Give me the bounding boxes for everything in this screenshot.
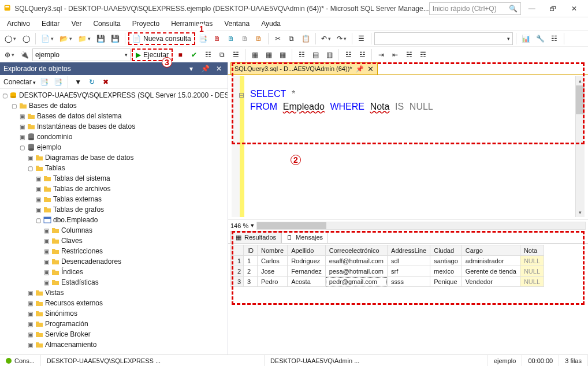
panel-pin-button[interactable]: 📌 <box>200 64 210 74</box>
uncomment-button[interactable]: ☳ <box>356 48 369 61</box>
cell-address[interactable]: sdl <box>388 256 430 266</box>
cut-button[interactable]: ✂ <box>271 32 284 45</box>
save-button[interactable]: 💾 <box>94 32 107 45</box>
col-cargo[interactable]: Cargo <box>462 245 520 256</box>
row-number[interactable]: 2 <box>231 266 244 277</box>
properties-button[interactable]: ☰ <box>355 32 368 45</box>
editor-tab[interactable]: SQLQuery3.sql - D...AE5VQ\Admin (64))* 📌… <box>230 62 378 74</box>
nav-fwd-button[interactable]: ◯ <box>20 32 32 45</box>
menu-ventana[interactable]: Ventana <box>219 18 254 29</box>
col-correo[interactable]: Correoelectrónico <box>325 245 387 256</box>
editor-hscroll[interactable] <box>256 222 586 230</box>
undo-button[interactable]: ↶ <box>319 32 333 45</box>
refresh-button[interactable]: ↻ <box>86 76 98 88</box>
tree-root[interactable]: DESKTOP-UAAE5VQ\SQLEXPRESS (SQL Server 1… <box>19 91 228 99</box>
stop-connect-button[interactable]: 📑 <box>52 76 64 88</box>
cell-id[interactable]: 3 <box>244 277 258 287</box>
new-query-button[interactable]: 📄 Nueva consulta <box>128 32 195 45</box>
add-item-button[interactable]: 📁 <box>76 32 93 45</box>
registered-servers-button[interactable]: ☷ <box>548 32 561 45</box>
minimize-button[interactable]: ― <box>521 0 542 17</box>
cell-address[interactable]: ssss <box>388 277 430 287</box>
tree-sinonimos[interactable]: Sinónimos <box>45 309 77 318</box>
query-script-button[interactable]: 📑 <box>196 32 210 45</box>
btn-x3[interactable]: ▦ <box>276 48 289 61</box>
tree-estadisticas[interactable]: Estadísticas <box>61 278 99 286</box>
tab-close-button[interactable]: ✕ <box>367 65 374 73</box>
tree-ejemplo[interactable]: ejemplo <box>37 143 61 151</box>
cell-correo[interactable]: pedr@gmail.com <box>325 277 387 287</box>
nav-back-button[interactable]: ◯ <box>2 32 18 45</box>
tbtn-b[interactable]: 🗎 <box>225 32 237 45</box>
menu-herramientas[interactable]: Herramientas <box>166 18 217 29</box>
cell-id[interactable]: 1 <box>244 256 258 266</box>
tree-indices[interactable]: Índices <box>61 268 83 276</box>
table-row[interactable]: 2 2 Jose Fernandez pesa@hotmail.com srf … <box>231 266 544 277</box>
scroll-down-icon[interactable]: ▾ <box>576 208 585 217</box>
btn-x2[interactable]: ▦ <box>262 48 275 61</box>
tree-bases[interactable]: Bases de datos <box>29 102 77 110</box>
cell-cargo[interactable]: Vendedor <box>462 277 520 287</box>
row-number[interactable]: 3 <box>231 277 244 287</box>
scroll-thumb[interactable] <box>576 85 585 114</box>
tree-claves[interactable]: Claves <box>61 237 83 245</box>
save-all-button[interactable]: 💾 <box>109 32 122 45</box>
btn-x8[interactable]: ☶ <box>416 48 429 61</box>
cell-nota[interactable]: NULL <box>520 256 544 266</box>
cell-id[interactable]: 2 <box>244 266 258 277</box>
scroll-up-icon[interactable]: ▴ <box>576 76 585 85</box>
editor-text[interactable]: ⊟ SELECT * FROM Empleado WHERE Nota IS N… <box>244 76 575 217</box>
tbtn-c[interactable]: 🗎 <box>239 32 251 45</box>
close-button[interactable]: ✕ <box>563 0 585 17</box>
object-tree[interactable]: ▢DESKTOP-UAAE5VQ\SQLEXPRESS (SQL Server … <box>0 89 228 354</box>
stop-button[interactable]: ■ <box>174 48 187 61</box>
tools-button[interactable]: 🔧 <box>534 32 547 45</box>
menu-ayuda[interactable]: Ayuda <box>256 18 285 29</box>
editor-vscroll[interactable]: ▴ ▾ <box>575 76 585 217</box>
new-file-button[interactable]: 📄 <box>39 32 56 45</box>
filter-button[interactable]: ▼ <box>72 76 84 88</box>
tree-bases-sistema[interactable]: Bases de datos del sistema <box>37 112 122 120</box>
tree-tablas-grafos[interactable]: Tablas de grafos <box>53 206 104 214</box>
zoom-value[interactable]: 146 % <box>230 222 248 229</box>
panel-dropdown-button[interactable]: ▾ <box>186 64 196 74</box>
tree-tablas-sistema[interactable]: Tablas del sistema <box>53 174 110 182</box>
results-grid[interactable]: ID Nombre Apellido Correoelectrónico Add… <box>230 245 544 287</box>
col-ciudad[interactable]: Ciudad <box>430 245 462 256</box>
connect-button[interactable]: Conectar <box>3 78 36 86</box>
menu-proyecto[interactable]: Proyecto <box>128 18 164 29</box>
panel-close-button[interactable]: ✕ <box>214 64 224 74</box>
tree-desencadenadores[interactable]: Desencadenadores <box>61 257 121 266</box>
col-apellido[interactable]: Apellido <box>288 245 326 256</box>
cell-apellido[interactable]: Acosta <box>288 277 326 287</box>
cell-ciudad[interactable]: mexico <box>430 266 462 277</box>
tree-columnas[interactable]: Columnas <box>61 226 92 234</box>
cell-correo[interactable]: esaff@hotmail.com <box>325 256 387 266</box>
row-number[interactable]: 1 <box>231 256 244 266</box>
cell-cargo[interactable]: Gerente de tienda <box>462 266 520 277</box>
menu-ver[interactable]: Ver <box>66 18 86 29</box>
tree-diagramas[interactable]: Diagramas de base de datos <box>45 154 133 162</box>
tree-recursos[interactable]: Recursos externos <box>45 299 103 307</box>
btn-x4[interactable]: ☷ <box>295 48 308 61</box>
activity-monitor-button[interactable]: 📊 <box>519 32 533 45</box>
redo-button[interactable]: ↷ <box>334 32 349 45</box>
include-plan-button[interactable]: ☱ <box>229 48 242 61</box>
btn-x7[interactable]: ☵ <box>403 48 415 61</box>
cell-cargo[interactable]: administrador <box>462 256 520 266</box>
restore-button[interactable]: 🗗 <box>542 0 564 17</box>
cell-nota[interactable]: NULL <box>520 266 544 277</box>
tree-instantaneas[interactable]: Instantáneas de bases de datos <box>37 122 135 130</box>
tbtn-d[interactable]: 🗎 <box>252 32 265 45</box>
cell-nombre[interactable]: Carlos <box>258 256 288 266</box>
cell-correo[interactable]: pesa@hotmail.com <box>325 266 387 277</box>
hscroll-thumb[interactable] <box>257 222 326 229</box>
cell-ciudad[interactable]: santiago <box>430 256 462 266</box>
tree-dbo-empleado[interactable]: dbo.Empleado <box>53 216 98 224</box>
database-combo[interactable]: ejemplo <box>32 48 131 61</box>
copy-button[interactable]: ⧉ <box>285 32 298 45</box>
cell-nombre[interactable]: Pedro <box>258 277 288 287</box>
btn-x1[interactable]: ▦ <box>248 48 261 61</box>
target-button[interactable]: ⊕ <box>2 48 17 61</box>
tree-vistas[interactable]: Vistas <box>45 289 64 297</box>
